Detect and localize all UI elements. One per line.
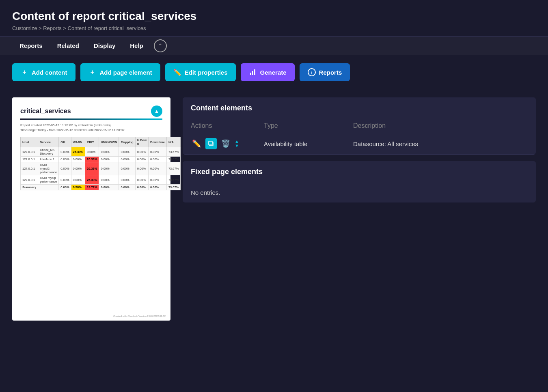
report-preview-divider (20, 118, 162, 120)
add-page-element-label: Add page element (100, 69, 152, 76)
report-preview: critical_services ▲ Report created 2022-… (12, 97, 170, 321)
add-content-button[interactable]: + Add content (12, 63, 76, 81)
edit-icon[interactable]: ✏️ (191, 138, 202, 149)
nav-item-display[interactable]: Display (86, 37, 123, 55)
report-preview-title: critical_services (20, 108, 71, 115)
toolbar: + Add content + Add page element ✏️ Edit… (0, 55, 548, 89)
no-entries-text: No entries. (183, 183, 536, 202)
content-element-row: ✏️ 🗑️ ▲ ▼ Availability table Datasource: (183, 133, 536, 155)
content-elements-table-header: Actions Type Description (183, 119, 536, 133)
report-preview-footer: Created with Checkmk Version 2.0.0-2022.… (113, 315, 166, 317)
fixed-page-elements-header: Fixed page elements (183, 161, 536, 183)
content-panel: Content elements Actions Type Descriptio… (183, 97, 536, 321)
element-type: Availability table (264, 140, 353, 147)
edit-properties-button[interactable]: ✏️ Edit properties (165, 63, 236, 81)
breadcrumb: Customize > Reports > Content of report … (12, 25, 536, 31)
svg-rect-1 (252, 71, 253, 75)
nav-item-related[interactable]: Related (50, 37, 86, 55)
nav-item-help[interactable]: Help (123, 37, 151, 55)
type-column-header: Type (264, 122, 353, 129)
main-content: critical_services ▲ Report created 2022-… (0, 89, 548, 329)
svg-rect-2 (254, 69, 255, 75)
add-page-element-icon: + (88, 68, 97, 76)
delete-icon[interactable]: 🗑️ (220, 138, 231, 149)
page-header: Content of report critical_services Cust… (0, 0, 548, 36)
report-preview-icon: ▲ (151, 106, 162, 117)
generate-button[interactable]: Generate (241, 63, 295, 81)
add-content-label: Add content (32, 69, 67, 76)
generate-icon (249, 68, 257, 76)
description-column-header: Description (353, 122, 528, 129)
report-preview-table: Host Service OK WARN CRIT UNKNOWN Flappi… (20, 137, 181, 190)
reports-icon: i (308, 68, 316, 76)
element-description: Datasource: All services (353, 140, 528, 147)
nav-bar: Reports Related Display Help ⌃ (0, 36, 548, 55)
svg-text:i: i (311, 70, 312, 75)
add-page-element-button[interactable]: + Add page element (80, 63, 160, 81)
svg-rect-0 (250, 73, 251, 75)
add-content-icon: + (20, 68, 28, 76)
edit-properties-icon: ✏️ (173, 68, 181, 76)
reports-label: Reports (319, 69, 342, 76)
copy-icon[interactable] (205, 138, 217, 149)
actions-column-header: Actions (191, 122, 264, 129)
page-title: Content of report critical_services (12, 10, 536, 23)
action-icons: ✏️ 🗑️ ▲ ▼ (191, 138, 264, 149)
generate-label: Generate (260, 69, 287, 76)
content-elements-section: Content elements Actions Type Descriptio… (183, 97, 536, 155)
reports-button[interactable]: i Reports (300, 63, 350, 81)
reorder-icon[interactable]: ▲ ▼ (235, 139, 239, 148)
report-preview-meta: Report created 2022-05-12 11:28:02 by cm… (20, 123, 162, 133)
content-elements-header: Content elements (183, 97, 536, 119)
fixed-page-elements-section: Fixed page elements No entries. (183, 161, 536, 202)
nav-collapse-button[interactable]: ⌃ (154, 39, 167, 52)
edit-properties-label: Edit properties (185, 69, 228, 76)
svg-rect-6 (209, 141, 212, 145)
nav-item-reports[interactable]: Reports (12, 37, 50, 55)
